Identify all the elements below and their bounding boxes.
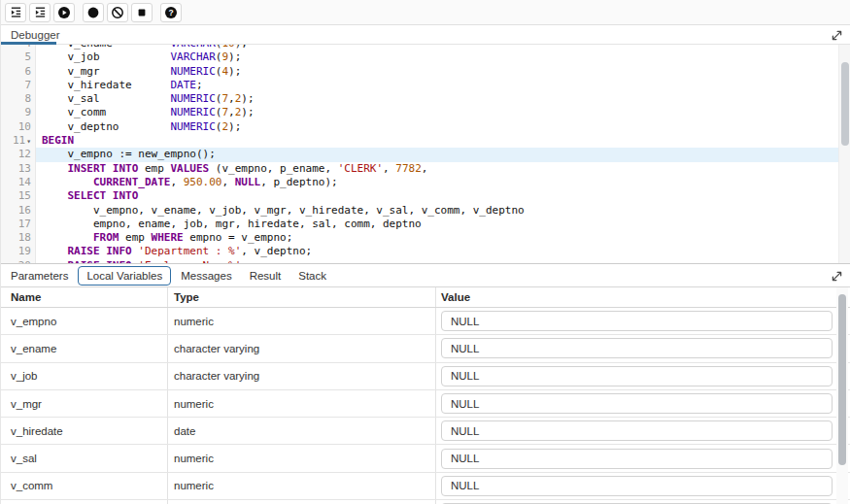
- variable-value-input[interactable]: NULL: [441, 420, 833, 441]
- code-text[interactable]: v_job VARCHAR(9);: [36, 50, 838, 64]
- grid-header-row: NameTypeValue: [1, 287, 850, 308]
- continue-button[interactable]: [53, 3, 75, 22]
- code-text[interactable]: SELECT INTO: [36, 189, 838, 203]
- variable-type: character varying: [174, 370, 259, 382]
- code-line-18: 18 FROM emp WHERE empno = v_empno;: [1, 231, 838, 245]
- tab-result[interactable]: Result: [241, 264, 290, 287]
- code-line-6: 6 v_mgr NUMERIC(4);: [1, 65, 838, 79]
- fold-arrow-icon[interactable]: ▾: [26, 137, 31, 146]
- current-execution-line[interactable]: v_empno := new_empno();: [36, 148, 838, 161]
- variable-name: v_ename: [11, 343, 56, 354]
- variable-value-input[interactable]: NULL: [441, 476, 833, 496]
- code-line-13: 13 INSERT INTO emp VALUES (v_empno, p_en…: [1, 162, 838, 176]
- line-number[interactable]: 12: [1, 148, 36, 161]
- clear-breakpoints-icon: [111, 6, 124, 19]
- debugger-window: ? Debugger 4 v_ename VARCHAR(10);5 v_job…: [0, 0, 850, 504]
- variable-value-input[interactable]: NULL: [441, 393, 833, 414]
- variable-name: v_empno: [11, 316, 56, 327]
- debug-info-panel: ParametersLocal VariablesMessagesResultS…: [1, 263, 850, 504]
- code-line-11: 11▾BEGIN: [1, 134, 838, 148]
- code-line-15: 15 SELECT INTO: [1, 189, 838, 203]
- code-text[interactable]: v_empno, v_ename, v_job, v_mgr, v_hireda…: [36, 204, 838, 218]
- variable-type: numeric: [174, 398, 214, 410]
- step-into-button[interactable]: [5, 3, 26, 22]
- grid-scrollbar-thumb[interactable]: [838, 294, 846, 465]
- code-line-5: 5 v_job VARCHAR(9);: [1, 50, 838, 64]
- grid-scrollbar[interactable]: [836, 287, 848, 504]
- table-row: v_salnumericNULL: [1, 445, 850, 472]
- table-row: v_hiredatedateNULL: [1, 418, 850, 445]
- code-lines: 4 v_ename VARCHAR(10);5 v_job VARCHAR(9)…: [1, 45, 838, 263]
- line-number[interactable]: 6: [1, 65, 36, 79]
- line-number[interactable]: 11▾: [1, 134, 36, 148]
- code-text[interactable]: RAISE INFO 'Department : %', v_deptno;: [36, 245, 838, 258]
- code-line-12: 12 v_empno := new_empno();: [1, 148, 838, 161]
- expand-diagonal-icon[interactable]: [830, 28, 843, 42]
- tab-messages[interactable]: Messages: [172, 264, 240, 287]
- variable-value-input[interactable]: NULL: [441, 338, 833, 358]
- toggle-breakpoint-button[interactable]: [83, 3, 104, 22]
- editor-scrollbar[interactable]: [838, 45, 850, 263]
- table-row: v_commnumericNULL: [1, 473, 850, 500]
- line-number[interactable]: 17: [1, 218, 36, 231]
- variable-value-input[interactable]: NULL: [441, 311, 833, 331]
- step-over-button[interactable]: [29, 3, 51, 22]
- help-button[interactable]: ?: [160, 3, 182, 22]
- tab-parameters[interactable]: Parameters: [2, 264, 77, 287]
- code-text[interactable]: CURRENT_DATE, 950.00, NULL, p_deptno);: [36, 176, 838, 189]
- code-line-16: 16 v_empno, v_ename, v_job, v_mgr, v_hir…: [1, 204, 838, 218]
- code-text[interactable]: v_comm NUMERIC(7,2);: [36, 106, 838, 119]
- line-number[interactable]: 5: [1, 50, 36, 64]
- code-line-19: 19 RAISE INFO 'Department : %', v_deptno…: [1, 245, 838, 258]
- column-header-type: Type: [174, 291, 199, 303]
- code-line-8: 8 v_sal NUMERIC(7,2);: [1, 92, 838, 106]
- clear-all-breakpoints-button[interactable]: [107, 3, 128, 22]
- code-text[interactable]: v_deptno NUMERIC(2);: [36, 120, 838, 134]
- editor-scrollbar-thumb[interactable]: [841, 62, 849, 146]
- line-number[interactable]: 8: [1, 92, 36, 106]
- code-text[interactable]: v_mgr NUMERIC(4);: [36, 65, 838, 79]
- table-row-partial: [1, 500, 850, 504]
- variable-value-input[interactable]: NULL: [441, 449, 833, 469]
- variable-value-input[interactable]: NULL: [441, 366, 833, 386]
- variable-name: v_hiredate: [11, 425, 63, 437]
- line-number[interactable]: 10: [1, 120, 36, 134]
- code-line-7: 7 v_hiredate DATE;: [1, 79, 838, 92]
- step-into-icon: [10, 6, 22, 18]
- code-text[interactable]: v_hiredate DATE;: [36, 79, 838, 92]
- line-number[interactable]: 18: [1, 231, 36, 245]
- code-text[interactable]: empno, ename, job, mgr, hiredate, sal, c…: [36, 218, 838, 231]
- variable-type: date: [174, 425, 195, 437]
- variable-name: v_job: [11, 370, 38, 382]
- debugger-tab-label: Debugger: [11, 29, 60, 41]
- table-row: v_jobcharacter varyingNULL: [1, 363, 850, 390]
- tab-local-variables[interactable]: Local Variables: [78, 266, 171, 286]
- svg-text:?: ?: [168, 8, 173, 17]
- line-number[interactable]: 15: [1, 189, 36, 203]
- code-text[interactable]: FROM emp WHERE empno = v_empno;: [36, 231, 838, 245]
- code-line-9: 9 v_comm NUMERIC(7,2);: [1, 106, 838, 119]
- variable-name: v_mgr: [11, 398, 42, 410]
- expand-diagonal-icon[interactable]: [830, 269, 843, 283]
- line-number[interactable]: 9: [1, 106, 36, 119]
- debugger-tab-strip: Debugger: [1, 25, 850, 45]
- line-number[interactable]: 14: [1, 176, 36, 189]
- table-row: v_enamecharacter varyingNULL: [1, 335, 850, 362]
- variable-type: numeric: [174, 316, 214, 327]
- tab-debugger[interactable]: Debugger: [1, 25, 70, 45]
- tab-stack[interactable]: Stack: [289, 264, 335, 287]
- line-number[interactable]: 7: [1, 79, 36, 92]
- line-number[interactable]: 16: [1, 204, 36, 218]
- code-editor[interactable]: 4 v_ename VARCHAR(10);5 v_job VARCHAR(9)…: [1, 45, 850, 263]
- debugger-toolbar: ?: [1, 0, 850, 25]
- breakpoint-icon: [86, 6, 100, 19]
- code-text[interactable]: v_sal NUMERIC(7,2);: [36, 92, 838, 106]
- stop-icon: [135, 6, 149, 19]
- code-text[interactable]: BEGIN: [36, 134, 838, 148]
- line-number[interactable]: 13: [1, 162, 36, 176]
- line-number[interactable]: 19: [1, 245, 36, 258]
- step-over-icon: [34, 6, 47, 18]
- stop-button[interactable]: [131, 3, 153, 22]
- code-text[interactable]: INSERT INTO emp VALUES (v_empno, p_ename…: [36, 162, 838, 176]
- help-icon: ?: [164, 6, 178, 19]
